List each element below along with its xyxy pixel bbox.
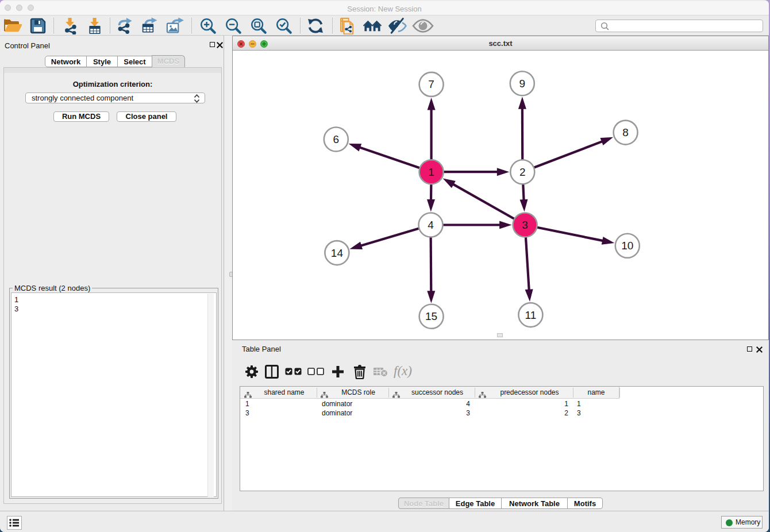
svg-text:9: 9 (519, 78, 526, 90)
svg-text:15: 15 (425, 310, 437, 322)
svg-text:8: 8 (622, 126, 629, 138)
svg-text:4: 4 (428, 219, 434, 231)
svg-text:3: 3 (522, 219, 528, 231)
svg-text:14: 14 (331, 247, 344, 259)
svg-text:1: 1 (428, 166, 434, 178)
svg-text:6: 6 (333, 133, 340, 145)
svg-text:7: 7 (428, 78, 434, 90)
svg-text:11: 11 (525, 309, 537, 321)
svg-text:10: 10 (621, 240, 633, 252)
svg-text:2: 2 (519, 166, 526, 178)
